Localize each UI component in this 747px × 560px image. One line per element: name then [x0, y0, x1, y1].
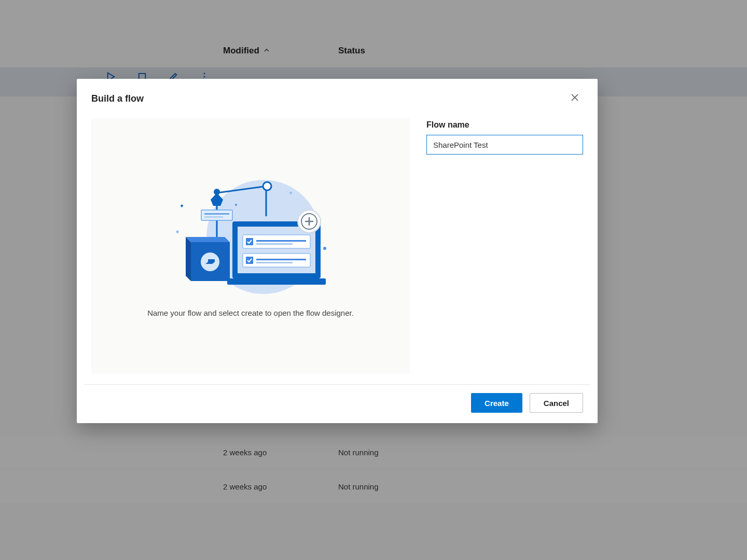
svg-point-25 — [176, 231, 179, 233]
form-panel: Flow name — [426, 118, 583, 374]
close-button[interactable] — [566, 90, 583, 107]
modal-title: Build a flow — [91, 93, 144, 104]
svg-rect-21 — [256, 262, 293, 263]
cancel-button[interactable]: Cancel — [530, 393, 583, 413]
svg-rect-20 — [256, 259, 306, 260]
illustration-panel: Name your flow and select create to open… — [91, 118, 410, 374]
svg-rect-17 — [256, 243, 293, 245]
svg-rect-16 — [256, 240, 306, 242]
modal-header: Build a flow — [77, 79, 598, 108]
create-button[interactable]: Create — [471, 393, 522, 413]
flow-name-label: Flow name — [426, 120, 583, 130]
flow-name-input[interactable] — [426, 135, 583, 155]
modal-footer: Create Cancel — [84, 384, 590, 423]
svg-rect-19 — [246, 257, 253, 264]
svg-rect-9 — [204, 216, 223, 218]
build-flow-modal: Build a flow — [77, 79, 598, 423]
svg-rect-7 — [201, 210, 232, 220]
svg-point-6 — [263, 182, 271, 190]
svg-rect-15 — [246, 238, 253, 245]
svg-rect-8 — [204, 213, 229, 215]
illustration-caption: Name your flow and select create to open… — [147, 309, 354, 317]
svg-rect-13 — [227, 278, 326, 285]
modal-body: Name your flow and select create to open… — [77, 108, 598, 384]
flow-illustration — [149, 175, 352, 294]
close-icon — [571, 93, 579, 104]
svg-point-24 — [323, 247, 326, 250]
